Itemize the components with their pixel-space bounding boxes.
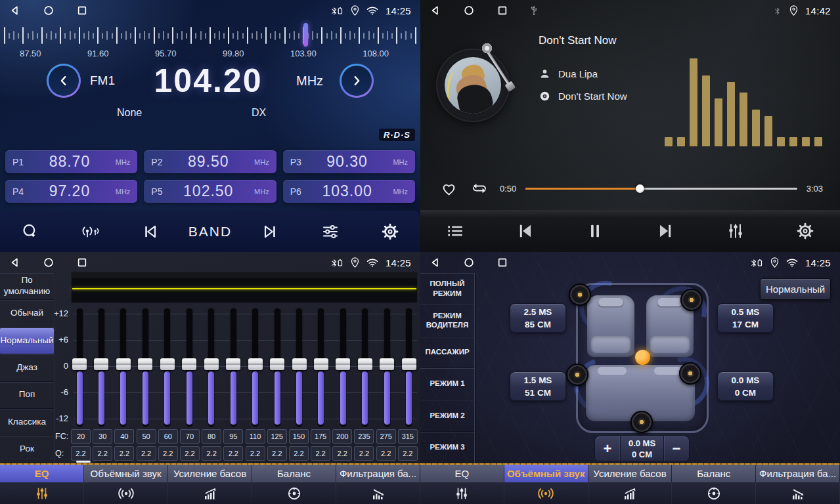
rear-left-speaker[interactable] [566,364,588,386]
eq-band-slider[interactable] [247,308,264,428]
listening-mode-item[interactable]: РЕЖИМ 1 [420,368,474,400]
tune-down-button[interactable] [47,64,81,98]
tab-bass-boost[interactable]: Усиление басов [168,465,252,482]
back-icon[interactable] [9,257,21,268]
repeat-icon[interactable] [470,180,489,196]
recents-icon[interactable] [76,5,88,16]
previous-icon[interactable] [132,217,169,247]
eq-band-slider[interactable] [93,308,110,428]
seek-thumb[interactable] [636,184,644,193]
eq-band-slider[interactable] [181,308,198,428]
rear-left-delay-button[interactable]: 1.5 MS51 CM [510,371,566,401]
preset-button[interactable]: P6103.00MHz [283,180,415,203]
home-icon[interactable] [463,5,475,16]
seek-bar[interactable] [525,184,797,193]
fc-value[interactable]: 235 [354,429,374,444]
band-button[interactable]: BAND [192,217,229,247]
slider-thumb[interactable] [226,358,240,370]
slider-thumb[interactable] [204,358,219,370]
home-icon[interactable] [463,257,475,268]
eq-preset-item[interactable]: По умолчанию [0,273,54,300]
tab-band-filter[interactable]: Фильтрация ба... [756,465,840,482]
preset-button[interactable]: P497.20MHz [5,180,137,203]
listening-mode-item[interactable]: РЕЖИМ 3 [420,432,474,463]
settings-gear-icon[interactable] [796,222,814,240]
eq-settings-icon[interactable] [312,217,349,247]
fc-value[interactable]: 50 [137,429,156,444]
playlist-icon[interactable] [446,222,464,240]
slider-thumb[interactable] [138,358,152,370]
q-value[interactable]: 2.2 [158,446,178,461]
slider-thumb[interactable] [402,358,416,370]
tab-band-filter-icon[interactable] [756,482,840,504]
recents-icon[interactable] [76,257,88,268]
eq-preset-item[interactable]: Классика [0,409,54,436]
center-speaker[interactable] [630,411,653,433]
listener-position[interactable] [635,350,650,365]
eq-band-slider[interactable] [71,308,88,428]
q-value[interactable]: 2.2 [332,446,352,461]
tab-balance-icon[interactable] [672,482,756,504]
tab-eq[interactable]: EQ [0,465,84,482]
eq-band-slider[interactable] [313,308,330,428]
tab-balance[interactable]: Баланс [252,465,336,482]
q-value[interactable]: 2.2 [376,446,396,461]
listening-mode-item[interactable]: РЕЖИМ ВОДИТЕЛЯ [420,304,474,336]
eq-settings-icon[interactable] [726,222,745,240]
slider-thumb[interactable] [336,358,350,370]
fc-value[interactable]: 150 [289,429,309,444]
tab-balance[interactable]: Баланс [672,465,756,482]
broadcast-icon[interactable] [72,217,108,247]
surround-preset-button[interactable]: Нормальный [760,278,831,300]
tab-bass-boost-icon[interactable] [588,482,673,504]
q-value[interactable]: 2.2 [267,446,287,461]
tune-up-button[interactable] [340,64,374,98]
fc-value[interactable]: 110 [246,429,265,444]
front-right-speaker[interactable] [680,289,703,311]
back-icon[interactable] [9,5,21,16]
eq-band-slider[interactable] [115,308,132,428]
slider-thumb[interactable] [94,358,108,370]
fc-value[interactable]: 60 [158,429,178,444]
q-value[interactable]: 2.2 [93,446,112,461]
eq-band-slider[interactable] [159,308,176,428]
fc-value[interactable]: 20 [71,429,91,444]
tab-surround-sound[interactable]: Объёмный звук [84,465,168,482]
tab-eq[interactable]: EQ [420,465,504,482]
fc-value[interactable]: 80 [202,429,221,444]
fc-value[interactable]: 40 [114,429,134,444]
tab-eq-icon[interactable] [0,482,84,504]
eq-preset-item[interactable]: Джаз [0,354,54,381]
tab-balance-icon[interactable] [252,482,336,504]
q-value[interactable]: 2.2 [311,446,330,461]
eq-band-slider[interactable] [269,308,286,428]
favorite-icon[interactable] [440,180,458,196]
q-value[interactable]: 2.2 [398,446,418,461]
tab-surround-sound-icon[interactable] [84,482,168,504]
listening-mode-item[interactable]: РЕЖИМ 2 [420,400,474,431]
tab-surround-sound-icon[interactable] [504,482,588,504]
slider-thumb[interactable] [270,358,284,370]
preset-button[interactable]: P5102.50MHz [144,180,276,203]
tab-band-filter-icon[interactable] [336,482,420,504]
home-icon[interactable] [43,5,55,16]
q-value[interactable]: 2.2 [202,446,221,461]
fc-value[interactable]: 30 [93,429,112,444]
listening-mode-item[interactable]: ПАССАЖИР [420,337,474,368]
front-left-speaker[interactable] [569,284,591,306]
recents-icon[interactable] [497,257,508,268]
preset-button[interactable]: P390.30MHz [283,150,415,173]
slider-thumb[interactable] [72,358,87,370]
previous-icon[interactable] [516,222,535,240]
next-icon[interactable] [252,217,288,247]
fc-value[interactable]: 315 [398,429,418,444]
q-value[interactable]: 2.2 [71,446,91,461]
q-value[interactable]: 2.2 [180,446,200,461]
q-value[interactable]: 2.2 [354,446,374,461]
q-value[interactable]: 2.2 [246,446,265,461]
frequency-dial[interactable]: 87.5091.6095.7099.80103.90108.00 [0,22,420,58]
eq-band-slider[interactable] [357,308,374,428]
tab-band-filter[interactable]: Фильтрация ба... [336,465,420,482]
fc-value[interactable]: 175 [311,429,330,444]
slider-thumb[interactable] [116,358,131,370]
